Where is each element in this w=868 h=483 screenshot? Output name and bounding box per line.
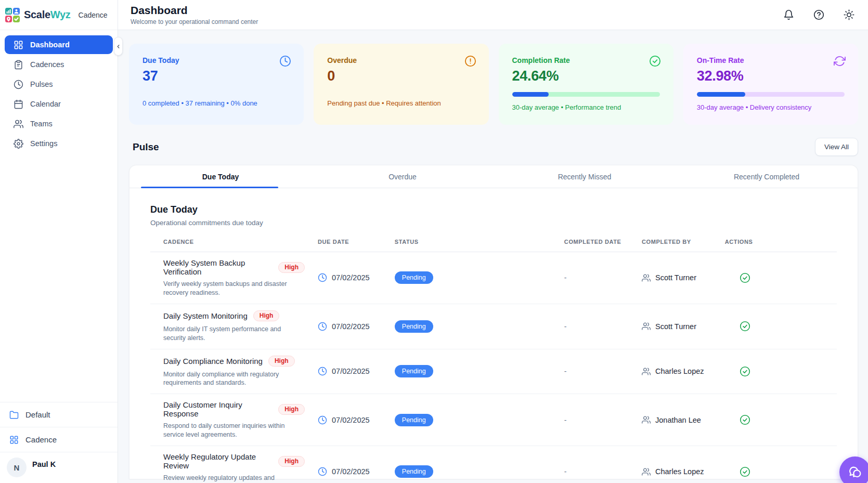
clock-icon bbox=[318, 322, 327, 331]
due-date: 07/02/2025 bbox=[332, 467, 370, 476]
app-window: ScaleWyz Cadence Dashboard Cadences Puls… bbox=[0, 0, 868, 483]
completed-date-cell: - bbox=[551, 467, 629, 476]
completed-by-name: Scott Turner bbox=[655, 322, 696, 331]
table-body: Weekly System Backup Verification High V… bbox=[150, 252, 837, 483]
stat-card-due-today: Due Today 37 0 completed • 37 remaining … bbox=[129, 44, 304, 125]
completion-progress-bar bbox=[512, 92, 660, 97]
actions-cell bbox=[712, 414, 837, 425]
sidebar-item-settings[interactable]: Settings bbox=[5, 134, 113, 153]
tab-due-today[interactable]: Due Today bbox=[129, 165, 312, 188]
sun-icon[interactable] bbox=[844, 9, 854, 20]
status-badge: Pending bbox=[395, 365, 433, 377]
sidebar-item-teams[interactable]: Teams bbox=[5, 114, 113, 133]
clipboard-icon bbox=[14, 60, 23, 70]
view-all-button[interactable]: View All bbox=[815, 138, 858, 156]
clock-icon bbox=[318, 415, 327, 425]
sidebar-item-pulses[interactable]: Pulses bbox=[5, 75, 113, 94]
pulse-card: Due Today Overdue Recently Missed Recent… bbox=[129, 165, 858, 479]
workspace-item-cadence[interactable]: Cadence bbox=[0, 427, 118, 452]
complete-check-icon[interactable] bbox=[740, 414, 837, 425]
on-time-progress-bar bbox=[697, 92, 845, 97]
completed-by-name: Jonathan Lee bbox=[655, 416, 701, 424]
status-badge: Pending bbox=[395, 414, 433, 426]
pulse-section-header: Pulse View All bbox=[133, 138, 858, 156]
users-icon bbox=[642, 467, 651, 476]
cadence-description: Monitor daily compliance with regulatory… bbox=[163, 370, 305, 388]
brand-name: ScaleWyz bbox=[24, 9, 71, 21]
grid-icon bbox=[14, 40, 23, 50]
stat-title: Completion Rate bbox=[512, 56, 660, 64]
completed-by-cell: Scott Turner bbox=[629, 273, 712, 282]
avatar: N bbox=[7, 458, 27, 477]
cadence-description: Monitor daily IT system performance and … bbox=[163, 325, 305, 343]
users-icon bbox=[14, 119, 23, 129]
alert-circle-icon bbox=[464, 55, 476, 69]
status-cell: Pending bbox=[382, 365, 551, 377]
actions-cell bbox=[712, 321, 837, 332]
top-bar: Dashboard Welcome to your operational co… bbox=[118, 0, 868, 30]
complete-check-icon[interactable] bbox=[740, 272, 837, 283]
page-title-block: Dashboard Welcome to your operational co… bbox=[131, 4, 258, 25]
status-cell: Pending bbox=[382, 414, 551, 426]
completed-by-name: Scott Turner bbox=[655, 273, 696, 282]
completed-by-cell: Charles Lopez bbox=[629, 467, 712, 476]
bell-icon[interactable] bbox=[783, 9, 794, 20]
actions-cell bbox=[712, 366, 837, 377]
user-name: Paul K bbox=[32, 458, 56, 468]
help-icon[interactable] bbox=[813, 9, 824, 20]
chat-fab-button[interactable] bbox=[839, 456, 868, 483]
workspace-item-default[interactable]: Default bbox=[0, 402, 118, 427]
stat-title: Overdue bbox=[327, 56, 475, 64]
sidebar-collapse-button[interactable] bbox=[114, 37, 123, 56]
priority-badge: High bbox=[268, 356, 295, 367]
sidebar-item-dashboard[interactable]: Dashboard bbox=[5, 35, 113, 54]
due-today-panel: Due Today Operational commitments due to… bbox=[129, 188, 858, 483]
cadence-cell: Daily System Monitoring High Monitor dai… bbox=[150, 310, 305, 343]
completed-by-cell: Charles Lopez bbox=[629, 367, 712, 376]
calendar-icon bbox=[14, 99, 23, 109]
status-badge: Pending bbox=[395, 320, 433, 333]
complete-check-icon[interactable] bbox=[740, 466, 837, 477]
completed-by-cell: Jonathan Lee bbox=[629, 415, 712, 424]
sidebar-item-calendar[interactable]: Calendar bbox=[5, 95, 113, 113]
sidebar-bottom: Default Cadence N Paul K bbox=[0, 402, 118, 483]
column-header-completed-by: COMPLETED BY bbox=[629, 239, 712, 245]
progress-fill bbox=[697, 92, 746, 97]
completed-date-cell: - bbox=[551, 322, 629, 331]
table-row: Weekly System Backup Verification High V… bbox=[150, 252, 837, 304]
completed-by-name: Charles Lopez bbox=[655, 467, 704, 476]
column-header-due-date: DUE DATE bbox=[305, 239, 382, 245]
complete-check-icon[interactable] bbox=[740, 366, 837, 377]
stat-cards: Due Today 37 0 completed • 37 remaining … bbox=[129, 44, 858, 125]
sidebar-item-label: Dashboard bbox=[30, 41, 70, 49]
complete-check-icon[interactable] bbox=[740, 321, 837, 332]
priority-badge: High bbox=[278, 456, 305, 467]
column-header-cadence: CADENCE bbox=[150, 239, 305, 245]
status-badge: Pending bbox=[395, 465, 433, 478]
sidebar-item-cadences[interactable]: Cadences bbox=[5, 55, 113, 74]
workspace-cadence-label: Cadence bbox=[25, 435, 57, 444]
page-subtitle: Welcome to your operational command cent… bbox=[131, 18, 258, 25]
clock-icon bbox=[318, 467, 327, 476]
gear-icon bbox=[14, 139, 23, 149]
cadence-description: Respond to daily customer inquiries with… bbox=[163, 422, 305, 439]
user-profile-row[interactable]: N Paul K bbox=[0, 452, 118, 483]
cadence-name: Daily Compliance Monitoring bbox=[163, 357, 263, 365]
completed-by-name: Charles Lopez bbox=[655, 367, 704, 375]
due-date-cell: 07/02/2025 bbox=[305, 273, 382, 282]
stat-card-on-time-rate: On-Time Rate 32.98% 30-day average • Del… bbox=[683, 44, 858, 125]
check-circle-icon bbox=[649, 55, 661, 69]
tab-recently-missed[interactable]: Recently Missed bbox=[494, 165, 676, 188]
due-date-cell: 07/02/2025 bbox=[305, 415, 382, 425]
tab-overdue[interactable]: Overdue bbox=[312, 165, 494, 188]
sidebar-item-label: Cadences bbox=[30, 60, 64, 69]
panel-title: Due Today bbox=[150, 204, 837, 215]
stat-title: On-Time Rate bbox=[697, 56, 845, 64]
stat-value: 0 bbox=[327, 68, 475, 84]
page-title: Dashboard bbox=[131, 4, 258, 17]
clock-icon bbox=[318, 273, 327, 282]
tab-recently-completed[interactable]: Recently Completed bbox=[676, 165, 858, 188]
table-row: Daily Customer Inquiry Response High Res… bbox=[150, 394, 837, 446]
column-header-completed-date: COMPLETED DATE bbox=[551, 239, 629, 245]
users-icon bbox=[642, 322, 651, 331]
